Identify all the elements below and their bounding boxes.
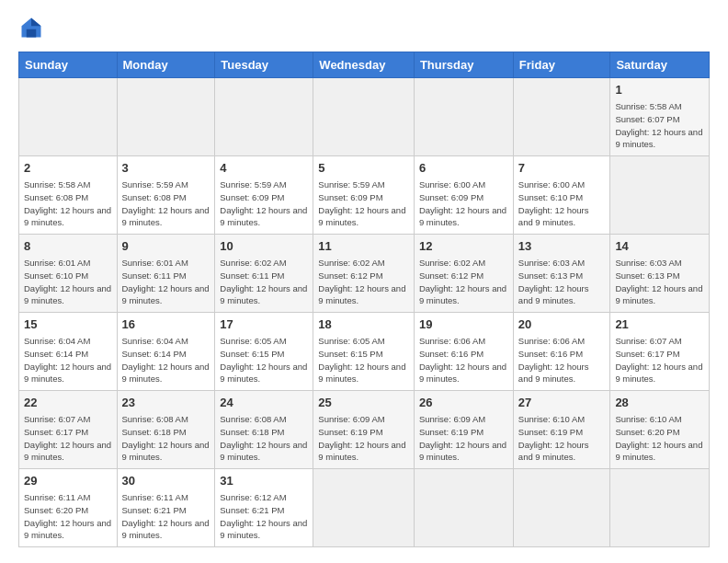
calendar-cell: 17Sunrise: 6:05 AMSunset: 6:15 PMDayligh… xyxy=(215,313,313,391)
day-number: 8 xyxy=(24,238,112,255)
day-info: Sunrise: 6:11 AMSunset: 6:21 PMDaylight:… xyxy=(122,491,210,542)
day-number: 2 xyxy=(24,160,112,177)
day-info: Sunrise: 6:08 AMSunset: 6:18 PMDaylight:… xyxy=(122,413,210,464)
day-info: Sunrise: 6:10 AMSunset: 6:19 PMDaylight:… xyxy=(518,413,606,464)
calendar-cell: 31Sunrise: 6:12 AMSunset: 6:21 PMDayligh… xyxy=(215,469,313,547)
day-number: 27 xyxy=(518,395,606,411)
day-info: Sunrise: 6:04 AMSunset: 6:14 PMDaylight:… xyxy=(24,335,112,385)
calendar-cell: 1Sunrise: 5:58 AMSunset: 6:07 PMDaylight… xyxy=(610,78,710,156)
calendar-cell: 3Sunrise: 5:59 AMSunset: 6:08 PMDaylight… xyxy=(117,156,215,235)
day-info: Sunrise: 6:03 AMSunset: 6:13 PMDaylight:… xyxy=(615,257,704,307)
day-info: Sunrise: 5:59 AMSunset: 6:09 PMDaylight:… xyxy=(220,178,308,229)
calendar-cell: 11Sunrise: 6:02 AMSunset: 6:12 PMDayligh… xyxy=(313,235,415,313)
calendar-cell: 2Sunrise: 5:58 AMSunset: 6:08 PMDaylight… xyxy=(19,156,118,235)
calendar-cell: 5Sunrise: 5:59 AMSunset: 6:09 PMDaylight… xyxy=(313,156,415,235)
day-number: 12 xyxy=(419,238,508,255)
header-day-wednesday: Wednesday xyxy=(313,52,415,78)
calendar-week-2: 8Sunrise: 6:01 AMSunset: 6:10 PMDaylight… xyxy=(19,235,710,313)
day-number: 19 xyxy=(419,316,508,333)
day-info: Sunrise: 6:09 AMSunset: 6:19 PMDaylight:… xyxy=(419,413,508,464)
header-day-sunday: Sunday xyxy=(19,52,118,78)
day-number: 23 xyxy=(122,395,210,411)
day-info: Sunrise: 5:59 AMSunset: 6:09 PMDaylight:… xyxy=(318,178,409,229)
day-number: 17 xyxy=(220,316,308,333)
day-number: 4 xyxy=(220,160,308,177)
calendar-cell: 8Sunrise: 6:01 AMSunset: 6:10 PMDaylight… xyxy=(19,235,118,313)
calendar-cell: 26Sunrise: 6:09 AMSunset: 6:19 PMDayligh… xyxy=(414,391,513,469)
day-info: Sunrise: 6:05 AMSunset: 6:15 PMDaylight:… xyxy=(220,335,308,385)
calendar-cell xyxy=(610,156,710,235)
calendar-week-3: 15Sunrise: 6:04 AMSunset: 6:14 PMDayligh… xyxy=(19,313,710,391)
day-info: Sunrise: 6:00 AMSunset: 6:09 PMDaylight:… xyxy=(419,178,508,229)
header-row: SundayMondayTuesdayWednesdayThursdayFrid… xyxy=(19,52,710,78)
day-number: 20 xyxy=(518,316,606,333)
day-info: Sunrise: 6:08 AMSunset: 6:18 PMDaylight:… xyxy=(220,413,308,464)
calendar-cell: 12Sunrise: 6:02 AMSunset: 6:12 PMDayligh… xyxy=(414,235,513,313)
calendar-week-5: 29Sunrise: 6:11 AMSunset: 6:20 PMDayligh… xyxy=(19,469,710,547)
calendar-cell: 9Sunrise: 6:01 AMSunset: 6:11 PMDaylight… xyxy=(117,235,215,313)
day-info: Sunrise: 6:07 AMSunset: 6:17 PMDaylight:… xyxy=(24,413,112,464)
day-info: Sunrise: 6:06 AMSunset: 6:16 PMDaylight:… xyxy=(518,335,606,385)
header-day-tuesday: Tuesday xyxy=(215,52,313,78)
day-info: Sunrise: 6:04 AMSunset: 6:14 PMDaylight:… xyxy=(122,335,210,385)
calendar-cell: 13Sunrise: 6:03 AMSunset: 6:13 PMDayligh… xyxy=(513,235,610,313)
day-info: Sunrise: 6:01 AMSunset: 6:10 PMDaylight:… xyxy=(24,257,112,307)
day-info: Sunrise: 6:02 AMSunset: 6:12 PMDaylight:… xyxy=(318,257,409,307)
day-number: 6 xyxy=(419,160,508,177)
svg-rect-2 xyxy=(27,29,37,38)
day-info: Sunrise: 6:07 AMSunset: 6:17 PMDaylight:… xyxy=(615,335,704,385)
calendar-header: SundayMondayTuesdayWednesdayThursdayFrid… xyxy=(19,52,710,78)
header xyxy=(18,15,710,40)
day-number: 28 xyxy=(615,395,704,411)
calendar-week-4: 22Sunrise: 6:07 AMSunset: 6:17 PMDayligh… xyxy=(19,391,710,469)
day-info: Sunrise: 6:12 AMSunset: 6:21 PMDaylight:… xyxy=(220,491,308,542)
day-number: 11 xyxy=(318,238,409,255)
calendar-cell: 4Sunrise: 5:59 AMSunset: 6:09 PMDaylight… xyxy=(215,156,313,235)
calendar-cell xyxy=(19,78,118,156)
calendar-cell: 19Sunrise: 6:06 AMSunset: 6:16 PMDayligh… xyxy=(414,313,513,391)
day-number: 31 xyxy=(220,473,308,489)
day-info: Sunrise: 5:58 AMSunset: 6:07 PMDaylight:… xyxy=(615,100,704,151)
header-day-saturday: Saturday xyxy=(610,52,710,78)
day-info: Sunrise: 6:10 AMSunset: 6:20 PMDaylight:… xyxy=(615,413,704,464)
calendar-cell: 18Sunrise: 6:05 AMSunset: 6:15 PMDayligh… xyxy=(313,313,415,391)
day-number: 13 xyxy=(518,238,606,255)
day-number: 15 xyxy=(24,316,112,333)
day-number: 22 xyxy=(24,395,112,411)
day-info: Sunrise: 5:59 AMSunset: 6:08 PMDaylight:… xyxy=(122,178,210,229)
header-day-monday: Monday xyxy=(117,52,215,78)
calendar-cell: 14Sunrise: 6:03 AMSunset: 6:13 PMDayligh… xyxy=(610,235,710,313)
calendar-cell: 16Sunrise: 6:04 AMSunset: 6:14 PMDayligh… xyxy=(117,313,215,391)
day-info: Sunrise: 6:00 AMSunset: 6:10 PMDaylight:… xyxy=(518,178,606,229)
day-info: Sunrise: 6:02 AMSunset: 6:12 PMDaylight:… xyxy=(419,257,508,307)
day-number: 29 xyxy=(24,473,112,489)
calendar-cell: 10Sunrise: 6:02 AMSunset: 6:11 PMDayligh… xyxy=(215,235,313,313)
day-number: 25 xyxy=(318,395,409,411)
calendar-cell: 6Sunrise: 6:00 AMSunset: 6:09 PMDaylight… xyxy=(414,156,513,235)
calendar-cell: 23Sunrise: 6:08 AMSunset: 6:18 PMDayligh… xyxy=(117,391,215,469)
calendar-table: SundayMondayTuesdayWednesdayThursdayFrid… xyxy=(18,52,710,547)
day-info: Sunrise: 6:02 AMSunset: 6:11 PMDaylight:… xyxy=(220,257,308,307)
page: SundayMondayTuesdayWednesdayThursdayFrid… xyxy=(0,0,728,563)
header-day-friday: Friday xyxy=(513,52,610,78)
day-number: 7 xyxy=(518,160,606,177)
calendar-cell: 28Sunrise: 6:10 AMSunset: 6:20 PMDayligh… xyxy=(610,391,710,469)
day-info: Sunrise: 6:11 AMSunset: 6:20 PMDaylight:… xyxy=(24,491,112,542)
calendar-week-1: 2Sunrise: 5:58 AMSunset: 6:08 PMDaylight… xyxy=(19,156,710,235)
header-day-thursday: Thursday xyxy=(414,52,513,78)
day-number: 30 xyxy=(122,473,210,489)
day-number: 26 xyxy=(419,395,508,411)
day-number: 24 xyxy=(220,395,308,411)
day-info: Sunrise: 6:01 AMSunset: 6:11 PMDaylight:… xyxy=(122,257,210,307)
day-info: Sunrise: 5:58 AMSunset: 6:08 PMDaylight:… xyxy=(24,178,112,229)
day-info: Sunrise: 6:09 AMSunset: 6:19 PMDaylight:… xyxy=(318,413,409,464)
day-number: 5 xyxy=(318,160,409,177)
day-number: 16 xyxy=(122,316,210,333)
day-info: Sunrise: 6:03 AMSunset: 6:13 PMDaylight:… xyxy=(518,257,606,307)
calendar-cell: 7Sunrise: 6:00 AMSunset: 6:10 PMDaylight… xyxy=(513,156,610,235)
calendar-cell: 21Sunrise: 6:07 AMSunset: 6:17 PMDayligh… xyxy=(610,313,710,391)
calendar-week-0: 1Sunrise: 5:58 AMSunset: 6:07 PMDaylight… xyxy=(19,78,710,156)
day-number: 10 xyxy=(220,238,308,255)
calendar-cell xyxy=(313,469,415,547)
calendar-cell: 24Sunrise: 6:08 AMSunset: 6:18 PMDayligh… xyxy=(215,391,313,469)
